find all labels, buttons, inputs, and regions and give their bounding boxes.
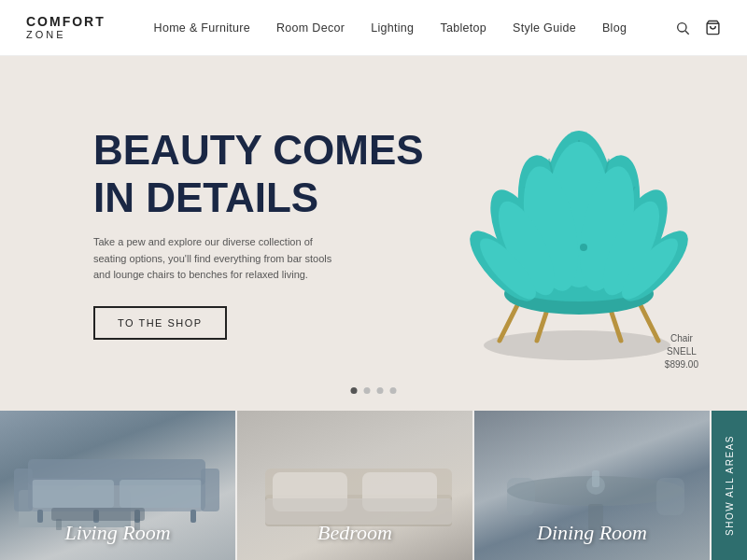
show-all-label: SHOW ALL AREAS xyxy=(725,435,735,536)
svg-rect-35 xyxy=(201,469,219,511)
hero-cta-button[interactable]: TO THE SHOP xyxy=(93,306,227,340)
svg-rect-32 xyxy=(32,480,114,508)
svg-point-29 xyxy=(580,244,587,251)
svg-rect-39 xyxy=(190,510,196,523)
hero-section: BEAUTY COMES IN DETAILS Take a pew and e… xyxy=(0,56,747,411)
svg-rect-51 xyxy=(656,478,684,515)
cart-button[interactable] xyxy=(705,20,721,35)
search-button[interactable] xyxy=(675,21,690,35)
logo-comfort: COMFORT xyxy=(26,15,106,29)
hero-dots xyxy=(351,387,397,394)
dot-2[interactable] xyxy=(364,387,371,394)
hero-title: BEAUTY COMES IN DETAILS xyxy=(93,127,424,221)
chair-price: $899.00 xyxy=(665,358,698,371)
svg-rect-34 xyxy=(14,469,33,511)
dot-4[interactable] xyxy=(390,387,397,394)
svg-rect-40 xyxy=(51,508,145,521)
category-bedroom[interactable]: Bedroom xyxy=(237,411,474,560)
header: COMFORT ZONE Home & Furniture Room Decor… xyxy=(0,0,747,56)
header-icons xyxy=(675,20,721,35)
categories-section: Living Room Bedroom xyxy=(0,411,747,560)
search-icon xyxy=(675,21,690,35)
nav-room-decor[interactable]: Room Decor xyxy=(276,21,345,35)
category-dining-label: Dining Room xyxy=(537,521,647,545)
hero-subtitle: Take a pew and explore our diverse colle… xyxy=(93,234,336,284)
hero-content: BEAUTY COMES IN DETAILS Take a pew and e… xyxy=(0,127,424,340)
chair-label: Chair SNELL $899.00 xyxy=(665,332,698,371)
svg-point-0 xyxy=(678,22,686,31)
logo[interactable]: COMFORT ZONE xyxy=(26,15,106,40)
svg-rect-33 xyxy=(120,480,202,508)
logo-zone: ZONE xyxy=(26,29,106,40)
svg-rect-36 xyxy=(37,510,43,523)
nav-lighting[interactable]: Lighting xyxy=(371,21,414,35)
category-living-label: Living Room xyxy=(64,521,170,545)
svg-rect-53 xyxy=(592,470,599,487)
category-living-room[interactable]: Living Room xyxy=(0,411,237,560)
svg-rect-50 xyxy=(507,478,535,515)
chair-name-label: Chair xyxy=(665,332,698,345)
dot-1[interactable] xyxy=(351,387,358,394)
cart-icon xyxy=(705,20,721,35)
category-dining-room[interactable]: Dining Room xyxy=(474,411,712,560)
show-all-areas-button[interactable]: SHOW ALL AREAS xyxy=(712,411,747,560)
chair-svg xyxy=(439,65,710,373)
svg-line-1 xyxy=(685,31,689,35)
svg-rect-41 xyxy=(56,519,62,530)
nav-style-guide[interactable]: Style Guide xyxy=(513,21,576,35)
chair-model: SNELL xyxy=(665,345,698,358)
nav-blog[interactable]: Blog xyxy=(602,21,627,35)
dot-3[interactable] xyxy=(377,387,384,394)
bed-decoration xyxy=(256,448,461,532)
chair-image xyxy=(439,65,710,373)
category-bedroom-label: Bedroom xyxy=(317,521,392,545)
svg-point-3 xyxy=(484,330,670,360)
main-nav: Home & Furniture Room Decor Lighting Tab… xyxy=(154,21,627,35)
nav-tabletop[interactable]: Tabletop xyxy=(440,21,486,35)
nav-home[interactable]: Home & Furniture xyxy=(154,21,250,35)
